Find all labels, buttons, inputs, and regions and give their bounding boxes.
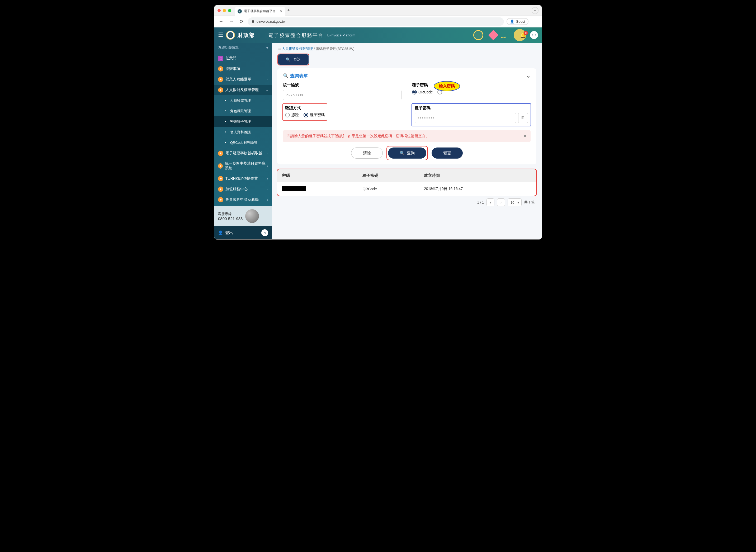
- toggle-visibility-icon[interactable]: 👁⃠: [518, 113, 528, 123]
- radio-qrcode[interactable]: QRCode: [412, 90, 432, 95]
- browser-tab[interactable]: ✦ 電子發票整合服務平台 ✕: [235, 7, 285, 16]
- card-title: 查詢表單: [290, 74, 308, 79]
- query-button[interactable]: 🔍查詢: [388, 147, 426, 159]
- change-button[interactable]: 變更: [431, 147, 463, 159]
- header-decoration: ◞: [473, 27, 526, 43]
- sidebar-heading-label: 系統功能清單: [218, 45, 239, 50]
- query-tab-button[interactable]: 🔍 查詢: [278, 54, 308, 64]
- query-form-card: 🔍查詢表單 ⌄ 統一編號 種子密碼 QRCode 輸入密碼: [277, 68, 536, 164]
- address-bar: ← → ⟳ ☷ einvoice.nat.gov.tw 👤 Guest ⋮: [214, 16, 542, 27]
- sidebar-item-label: QRCode解密驗證: [230, 140, 257, 145]
- tab-title: 電子發票整合服務平台: [244, 9, 276, 13]
- sidebar-item-account-mgmt[interactable]: •人員帳號管理: [214, 95, 272, 106]
- sidebar-item-vas[interactable]: ★加值服務中心›: [214, 184, 272, 194]
- sidebar-item-qrcode[interactable]: •QRCode解密驗證: [214, 137, 272, 148]
- sidebar-item-business[interactable]: ★營業人功能選單›: [214, 74, 272, 85]
- breadcrumb-current: 密碼種子管理(BTC851W): [316, 47, 355, 51]
- sidebar-item-profile[interactable]: •個人資料維護: [214, 127, 272, 137]
- field-seed-type: 種子密碼 QRCode 輸入密碼: [412, 83, 531, 100]
- logo-icon: [226, 31, 235, 39]
- notifications-button[interactable]: 🔔 0: [520, 32, 526, 38]
- radio-certificate[interactable]: 憑證: [285, 113, 299, 117]
- titlebar: ✦ 電子發票整合服務平台 ✕ + ▾: [214, 5, 542, 16]
- button-label: 查詢: [407, 151, 415, 156]
- callout-enter-password: 輸入密碼: [434, 81, 460, 91]
- breadcrumb: ::: 人員帳號及權限管理 / 密碼種子管理(BTC851W): [272, 43, 542, 53]
- brand-subtitle-en: E-Invoice Platform: [327, 33, 355, 37]
- field-label: 確認方式: [285, 106, 325, 111]
- tab-close-icon[interactable]: ✕: [280, 9, 282, 13]
- seed-password-input[interactable]: [415, 113, 516, 123]
- profile-label: Guest: [516, 19, 525, 23]
- sidebar-item-label: TURNKEY傳輸作業: [225, 176, 258, 181]
- hamburger-icon[interactable]: ☰: [218, 32, 223, 38]
- sidebar-item-winning-list[interactable]: ★統一發票中獎清冊資料庫系統›: [214, 159, 272, 173]
- sidebar-item-label: 加值服務中心: [225, 187, 248, 191]
- reload-button[interactable]: ⟳: [238, 18, 245, 26]
- prev-page-button[interactable]: ‹: [487, 198, 494, 206]
- sidebar-item-todo[interactable]: ★待辦事項: [214, 63, 272, 74]
- alert-text: ※請輸入您的種子密碼並按下[查詢]，如果是您第一次設定此密碼，密碼欄位請留空白。: [287, 134, 429, 139]
- sidebar-item-label: 電子發票字軌號碼取號: [225, 151, 262, 156]
- sidebar-item-label: 個人資料維護: [230, 130, 251, 135]
- collapse-icon[interactable]: ⌄: [526, 73, 531, 79]
- search-icon: 🔍: [286, 57, 291, 62]
- sidebar-item-seed-mgmt[interactable]: •密碼種子管理: [214, 116, 272, 127]
- alert-close-icon[interactable]: ✕: [523, 133, 527, 139]
- sidebar-item-member-carrier[interactable]: ★會員載具申請及異動›: [214, 194, 272, 205]
- mascot-icon: [245, 209, 259, 223]
- support-label: 客服專線: [218, 212, 243, 217]
- sidebar-item-label: 統一發票中獎清冊資料庫系統: [225, 161, 267, 171]
- sidebar-heading: 系統功能清單 ▾: [214, 43, 272, 53]
- sidebar-menu: ⬚任意門 ★待辦事項 ★營業人功能選單› ★人員帳號及權限管理⌄ •人員帳號管理…: [214, 53, 272, 205]
- clear-button[interactable]: 清除: [351, 147, 383, 159]
- coin-icon: [473, 30, 483, 40]
- sidebar-item-label: 角色權限管理: [230, 109, 251, 114]
- minimize-window[interactable]: [223, 9, 226, 12]
- th-created: 建立時間: [419, 169, 536, 182]
- sidebar-item-anywhere[interactable]: ⬚任意門: [214, 53, 272, 63]
- new-tab-button[interactable]: +: [287, 8, 290, 13]
- profile-button[interactable]: 👤 Guest: [507, 18, 528, 25]
- tab-overflow-button[interactable]: ▾: [532, 7, 538, 14]
- unified-number-input[interactable]: [283, 90, 401, 100]
- breadcrumb-link[interactable]: 人員帳號及權限管理: [282, 47, 313, 51]
- brand-title: 電子發票整合服務平台: [268, 32, 324, 38]
- back-button[interactable]: ←: [217, 18, 225, 25]
- page-size-select[interactable]: 10: [508, 198, 521, 206]
- breadcrumb-prefix: :::: [278, 47, 281, 51]
- window-controls: [218, 9, 231, 12]
- forward-button[interactable]: →: [228, 18, 236, 25]
- close-window[interactable]: [218, 9, 221, 12]
- main-content: ::: 人員帳號及權限管理 / 密碼種子管理(BTC851W) 🔍 查詢 🔍查詢…: [272, 43, 542, 239]
- page-size-value: 10: [510, 200, 514, 204]
- chevron-down-icon[interactable]: ▾: [266, 46, 268, 50]
- sidebar-item-accounts[interactable]: ★人員帳號及權限管理⌄: [214, 85, 272, 95]
- query-tab-label: 查詢: [293, 57, 301, 62]
- table-row: QRCode 2018年7月9日 16:16:47: [277, 182, 536, 196]
- site-info-icon[interactable]: ☷: [252, 20, 254, 23]
- sidebar-item-label: 密碼種子管理: [230, 119, 251, 124]
- next-page-button[interactable]: ›: [497, 198, 505, 206]
- radio-seed-password[interactable]: 種子密碼: [303, 113, 325, 117]
- button-label: 清除: [363, 151, 371, 156]
- browser-menu-button[interactable]: ⋮: [531, 19, 539, 24]
- url-bar[interactable]: ☷ einvoice.nat.gov.tw: [248, 17, 504, 26]
- support-block: 客服專線 0800-521-988: [214, 206, 272, 226]
- chevron-down-icon: ⌄: [266, 89, 268, 92]
- star-icon: ★: [218, 87, 223, 93]
- maximize-window[interactable]: [228, 9, 231, 12]
- browser-window: ✦ 電子發票整合服務平台 ✕ + ▾ ← → ⟳ ☷ einvoice.nat.…: [214, 5, 542, 239]
- star-icon: ★: [218, 66, 223, 72]
- sidebar-item-invoice-track[interactable]: ★電子發票字軌號碼取號›: [214, 148, 272, 159]
- sidebar-item-role-mgmt[interactable]: •角色權限管理: [214, 106, 272, 116]
- language-button[interactable]: 中: [530, 31, 538, 39]
- sidebar-item-turnkey[interactable]: ★TURNKEY傳輸作業›: [214, 173, 272, 184]
- th-seed: 種子密碼: [358, 169, 419, 182]
- pagination: 1 / 1 ‹ › 10 共 1 筆: [272, 196, 542, 209]
- star-icon: ★: [218, 77, 223, 82]
- logout-button[interactable]: 👤登出 ⎋: [214, 226, 272, 239]
- redacted-password: [282, 186, 306, 191]
- wifi-icon: ◞: [500, 29, 511, 41]
- search-icon: 🔍: [400, 151, 405, 155]
